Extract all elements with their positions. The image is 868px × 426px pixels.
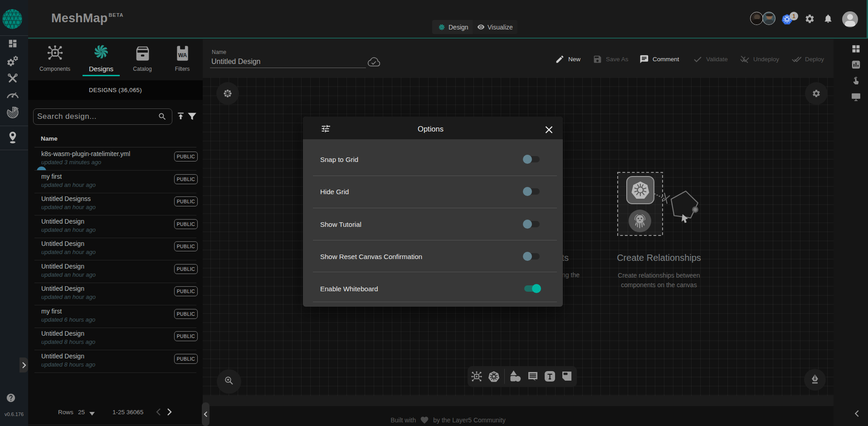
svg-text:WA: WA: [178, 52, 187, 59]
